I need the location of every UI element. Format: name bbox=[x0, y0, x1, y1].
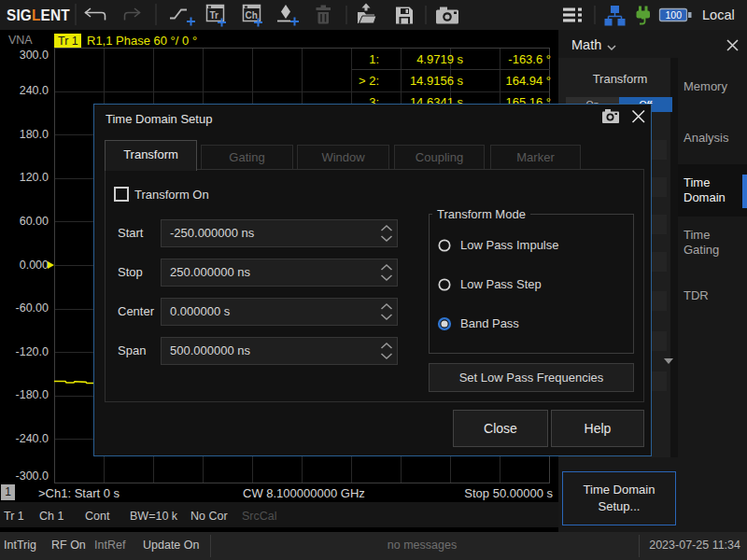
svg-text:Tr: Tr bbox=[210, 10, 219, 21]
svg-text:Ch: Ch bbox=[246, 10, 258, 21]
svg-text:100: 100 bbox=[666, 9, 683, 21]
